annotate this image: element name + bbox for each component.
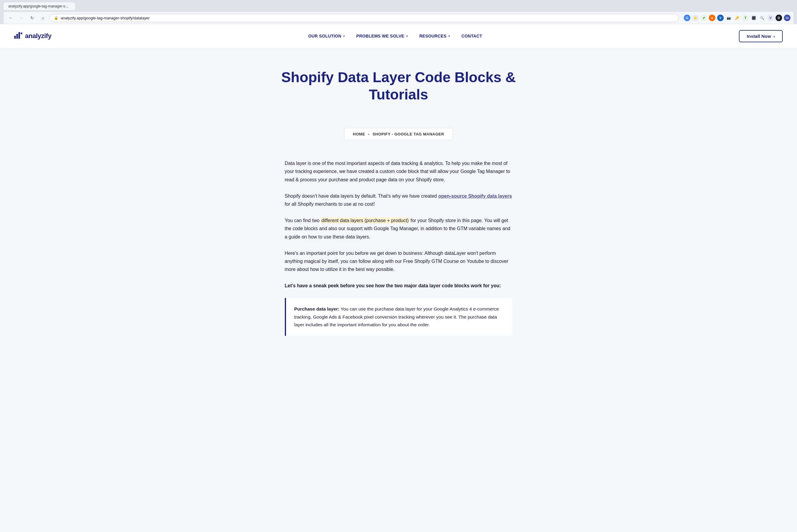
breadcrumb-current: SHOPIFY - GOOGLE TAG MANAGER — [373, 132, 444, 136]
logo-text: analyzify — [25, 32, 51, 40]
browser-chrome: analyzify.app/google-tag-manager-shopify… — [0, 0, 797, 24]
forward-button[interactable]: → — [17, 14, 25, 22]
chevron-down-icon: ▼ — [343, 35, 346, 38]
home-button[interactable]: ⌂ — [39, 14, 47, 22]
logo-area[interactable]: analyzify — [14, 32, 51, 40]
tab-label: analyzify.app/google-tag-manager-shopify… — [8, 4, 75, 8]
breadcrumb-home[interactable]: HOME — [353, 132, 365, 136]
ext3: V — [717, 15, 724, 21]
site-header: analyzify OUR SOLUTION ▼ PROBLEMS WE SOL… — [0, 24, 797, 48]
callout-label: Purchase data layer: — [294, 306, 340, 311]
breadcrumb-section: HOME • SHOPIFY - GOOGLE TAG MANAGER — [0, 121, 797, 147]
intro-paragraph-1: Data layer is one of the most important … — [285, 159, 512, 184]
nav-our-solution[interactable]: OUR SOLUTION ▼ — [308, 34, 346, 38]
reload-button[interactable]: ↻ — [28, 14, 36, 22]
ext11: 22 — [784, 15, 791, 21]
open-source-link[interactable]: open-source Shopify data layers — [438, 193, 512, 198]
browser-tab-active[interactable]: analyzify.app/google-tag-manager-shopify… — [4, 2, 75, 10]
breadcrumb: HOME • SHOPIFY - GOOGLE TAG MANAGER — [344, 128, 453, 140]
ext1: ✔ — [701, 15, 707, 21]
ext9: V — [767, 15, 774, 21]
ext8: 🔍 — [759, 15, 765, 21]
page-wrapper: analyzify OUR SOLUTION ▼ PROBLEMS WE SOL… — [0, 24, 797, 532]
install-now-button[interactable]: Install Now › — [739, 30, 783, 42]
ext4: 📷 — [725, 15, 732, 21]
hero-section: Shopify Data Layer Code Blocks & Tutoria… — [0, 48, 797, 121]
ext2: ● — [709, 15, 716, 21]
data-layers-highlight: different data layers (purchase + produc… — [321, 217, 410, 223]
ext6: T — [742, 15, 749, 21]
site-nav: OUR SOLUTION ▼ PROBLEMS WE SOLVE ▼ RESOU… — [308, 34, 482, 38]
bookmark-icon: ⭐ — [692, 15, 699, 21]
section-heading: Let's have a sneak peek before you see h… — [285, 282, 512, 290]
svg-rect-0 — [14, 36, 16, 39]
back-button[interactable]: ← — [6, 14, 15, 22]
lock-icon: 🔒 — [54, 16, 58, 20]
browser-toolbar: ← → ↻ ⌂ 🔒 analyzify.app/google-tag-manag… — [4, 12, 793, 24]
nav-contact[interactable]: CONTACT — [461, 34, 482, 38]
address-bar[interactable]: 🔒 analyzify.app/google-tag-manager-shopi… — [50, 14, 679, 22]
chevron-down-icon: ▼ — [448, 35, 451, 38]
intro-paragraph-2: Shopify doesn't have data layers by defa… — [285, 192, 512, 208]
svg-rect-1 — [16, 34, 18, 39]
breadcrumb-separator: • — [368, 132, 369, 136]
callout-paragraph: Purchase data layer: You can use the pur… — [294, 305, 504, 329]
intro-paragraph-3: You can find two different data layers (… — [285, 216, 512, 241]
ext7: ⬛ — [750, 15, 757, 21]
svg-point-4 — [21, 33, 22, 34]
arrow-right-icon: › — [774, 34, 775, 39]
ext10: D — [776, 15, 782, 21]
main-content: Data layer is one of the most important … — [271, 147, 527, 354]
browser-extensions: G ⭐ ✔ ● V 📷 🔑 T ⬛ 🔍 V D 22 — [684, 15, 791, 21]
nav-problems-we-solve[interactable]: PROBLEMS WE SOLVE ▼ — [356, 34, 409, 38]
chevron-down-icon: ▼ — [405, 35, 409, 38]
google-icon: G — [684, 15, 690, 21]
callout-box: Purchase data layer: You can use the pur… — [285, 298, 512, 336]
browser-tabs: analyzify.app/google-tag-manager-shopify… — [4, 2, 793, 10]
nav-resources[interactable]: RESOURCES ▼ — [419, 34, 451, 38]
svg-rect-2 — [18, 32, 20, 39]
ext5: 🔑 — [734, 15, 740, 21]
logo-icon — [14, 32, 23, 40]
page-title: Shopify Data Layer Code Blocks & Tutoria… — [265, 69, 533, 103]
intro-paragraph-4: Here's an important point for you before… — [285, 249, 512, 273]
url-text: analyzify.app/google-tag-manager-shopify… — [61, 16, 149, 20]
